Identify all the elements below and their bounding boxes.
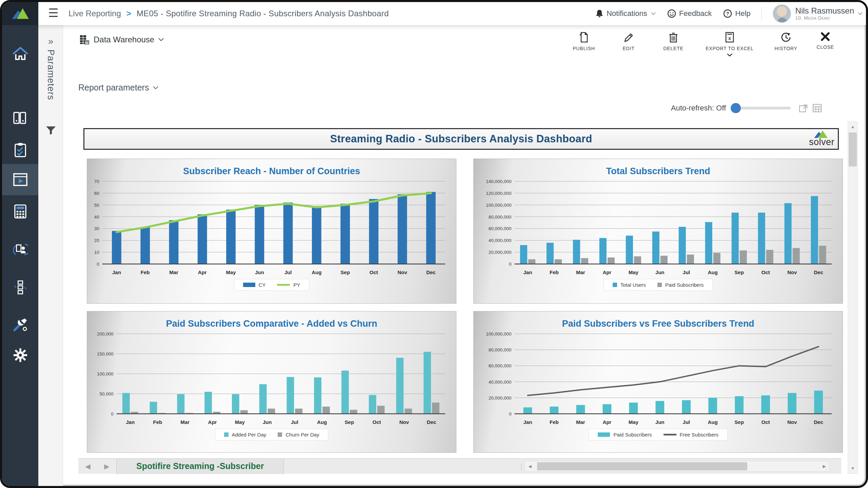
svg-text:50: 50 bbox=[94, 203, 99, 208]
breadcrumb: Live Reporting > ME05 - Spotifire Stream… bbox=[68, 2, 389, 25]
auto-refresh-control: Auto-refresh: Off bbox=[671, 104, 822, 113]
svg-text:Dec: Dec bbox=[426, 269, 436, 275]
sheet-tab-spotifire-streaming[interactable]: Spotifire Streaming -Subscriber bbox=[117, 459, 283, 474]
chart-title: Paid Subscribers Comparative - Added vs … bbox=[87, 311, 456, 329]
grid-view-icon[interactable] bbox=[812, 104, 822, 113]
legend-item: Added Per Day bbox=[224, 432, 267, 438]
history-icon bbox=[781, 32, 791, 43]
svg-text:Dec: Dec bbox=[427, 419, 436, 425]
sidebar-item-live-reporting[interactable] bbox=[2, 164, 38, 195]
svg-text:Jul: Jul bbox=[683, 269, 690, 275]
vertical-scrollbar-thumb[interactable] bbox=[849, 133, 857, 166]
svg-text:Jul: Jul bbox=[284, 269, 292, 275]
subscriber-reach-chart: 010203040506070JanFebMarAprMayJunJulAugS… bbox=[87, 177, 455, 279]
svg-text:Mar: Mar bbox=[180, 419, 190, 425]
chart-panel-paid-vs-free: Paid Subscribers vs Free Subscribers Tre… bbox=[473, 311, 843, 453]
sidebar-item-calculator[interactable] bbox=[2, 196, 38, 227]
svg-text:40,000,000: 40,000,000 bbox=[489, 380, 512, 385]
avatar bbox=[773, 4, 791, 23]
admin-tools-icon bbox=[13, 317, 28, 332]
feedback-button[interactable]: Feedback bbox=[667, 9, 712, 18]
svg-text:?: ? bbox=[726, 11, 729, 16]
svg-text:Jan: Jan bbox=[126, 419, 135, 425]
svg-text:Nov: Nov bbox=[399, 419, 409, 425]
tab-prev-icon[interactable]: ◀ bbox=[78, 462, 97, 470]
settings-gear-icon bbox=[13, 348, 28, 363]
notifications-button[interactable]: Notifications bbox=[595, 9, 656, 18]
svg-text:Oct: Oct bbox=[762, 419, 770, 425]
solver-logo-text: solver bbox=[809, 138, 834, 147]
edit-button[interactable]: EDIT bbox=[606, 32, 651, 57]
export-to-excel-button[interactable]: x EXPORT TO EXCEL bbox=[696, 32, 764, 57]
svg-text:Jun: Jun bbox=[263, 419, 272, 425]
legend-item: Churn Per Day bbox=[278, 432, 319, 438]
app-logo[interactable] bbox=[2, 2, 38, 25]
edit-icon bbox=[624, 32, 634, 43]
report-actions-toolbar: PUBLISH EDIT DELETE x EXPORT TO EXCEL HI… bbox=[561, 32, 842, 57]
paid-vs-free-chart: 020,000,00040,000,00060,000,00080,000,00… bbox=[474, 330, 842, 429]
bell-icon bbox=[595, 9, 604, 18]
scroll-up-icon[interactable]: ▲ bbox=[848, 122, 857, 132]
svg-text:May: May bbox=[235, 419, 245, 425]
tab-next-icon[interactable]: ▶ bbox=[97, 462, 116, 470]
svg-text:Mar: Mar bbox=[576, 269, 585, 275]
svg-text:x: x bbox=[728, 36, 731, 41]
auto-refresh-slider-knob[interactable] bbox=[731, 103, 741, 113]
history-button[interactable]: HISTORY bbox=[764, 32, 808, 57]
sidebar-item-collaboration[interactable] bbox=[2, 234, 38, 265]
chart-title: Subscriber Reach - Number of Countries bbox=[87, 159, 456, 177]
dashboard-title-bar: Streaming Radio - Subscribers Analysis D… bbox=[83, 128, 839, 150]
tasks-clipboard-icon bbox=[14, 142, 27, 157]
svg-text:Sep: Sep bbox=[340, 269, 350, 275]
svg-text:Feb: Feb bbox=[550, 269, 559, 275]
hamburger-menu-icon[interactable]: ☰ bbox=[48, 7, 60, 19]
publish-button[interactable]: PUBLISH bbox=[561, 32, 606, 57]
sidebar-item-archive[interactable] bbox=[2, 102, 38, 134]
sidebar-item-admin-tools[interactable] bbox=[2, 309, 38, 340]
feedback-label: Feedback bbox=[679, 9, 712, 18]
auto-refresh-slider[interactable] bbox=[731, 107, 791, 109]
scroll-left-icon[interactable]: ◀ bbox=[525, 464, 535, 469]
sidebar-item-tasks[interactable] bbox=[2, 134, 38, 165]
horizontal-scrollbar[interactable]: ◀ ▶ bbox=[525, 461, 830, 472]
scroll-right-icon[interactable]: ▶ bbox=[819, 464, 829, 469]
svg-text:10: 10 bbox=[94, 250, 99, 255]
svg-text:Apr: Apr bbox=[208, 419, 217, 425]
svg-text:Mar: Mar bbox=[169, 269, 178, 275]
breadcrumb-section[interactable]: Live Reporting bbox=[68, 9, 121, 18]
expand-panel-icon[interactable]: » bbox=[38, 36, 63, 47]
svg-text:Jan: Jan bbox=[523, 269, 532, 275]
svg-text:Sep: Sep bbox=[734, 269, 744, 275]
scroll-down-icon[interactable]: ▼ bbox=[848, 463, 857, 473]
datasource-label: Data Warehouse bbox=[94, 35, 154, 44]
sheet-tab-bar: ◀ ▶ Spotifire Streaming -Subscriber ⋮⋮ ◀… bbox=[78, 458, 841, 474]
report-parameters-toggle[interactable]: Report parameters bbox=[78, 83, 158, 93]
smiley-icon bbox=[667, 9, 676, 18]
user-name: Nils Rasmussen bbox=[795, 6, 854, 15]
chart-panel-total-subscribers: Total Subscribers Trend 020,000,00040,00… bbox=[473, 159, 843, 304]
breadcrumb-report-title: ME05 - Spotifire Streaming Radio - Subsc… bbox=[137, 9, 389, 18]
chevron-down-icon bbox=[858, 12, 863, 15]
sidebar-item-home[interactable] bbox=[2, 38, 38, 69]
delete-button[interactable]: DELETE bbox=[651, 32, 696, 57]
svg-text:20,000,000: 20,000,000 bbox=[489, 395, 512, 401]
chart-legend: Paid SubscribersFree Subscribers bbox=[474, 429, 843, 441]
horizontal-scrollbar-thumb[interactable] bbox=[537, 462, 747, 470]
chart-panel-added-vs-churn: Paid Subscribers Comparative - Added vs … bbox=[87, 311, 456, 453]
chevron-down-icon bbox=[651, 12, 656, 15]
chevron-down-icon bbox=[153, 86, 158, 89]
filter-funnel-icon[interactable] bbox=[38, 126, 63, 135]
sidebar-item-settings[interactable] bbox=[2, 340, 38, 371]
sidebar-item-workflow[interactable] bbox=[2, 272, 38, 303]
svg-text:Aug: Aug bbox=[708, 269, 718, 275]
close-button[interactable]: CLOSE bbox=[808, 32, 842, 57]
workflow-icon bbox=[14, 280, 27, 295]
popout-report-icon[interactable] bbox=[799, 104, 808, 113]
help-button[interactable]: ? Help bbox=[723, 9, 750, 18]
svg-text:Jan: Jan bbox=[523, 419, 532, 425]
svg-text:Jun: Jun bbox=[255, 269, 264, 275]
vertical-scrollbar[interactable]: ▲ ▼ bbox=[848, 121, 858, 474]
datasource-selector[interactable]: Data Warehouse bbox=[79, 35, 164, 45]
user-menu[interactable]: Nils Rasmussen 10. Media Demo bbox=[773, 4, 863, 23]
svg-text:Apr: Apr bbox=[603, 269, 611, 275]
